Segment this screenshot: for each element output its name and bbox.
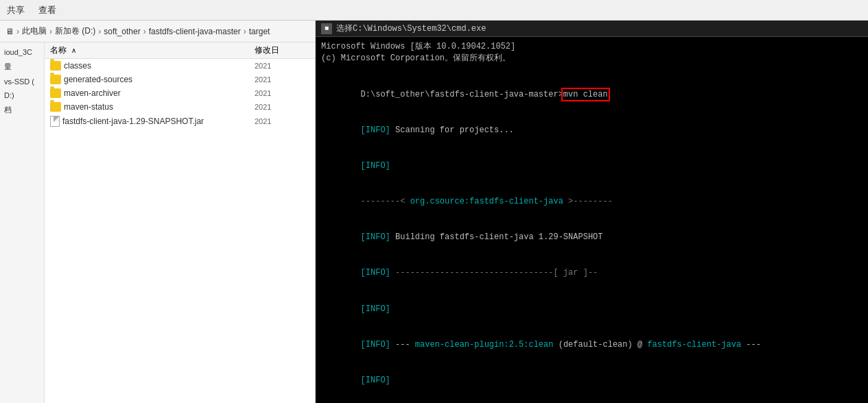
cmd-line: [INFO] (321, 363, 863, 399)
cmd-titlebar: ■ 选择C:\Windows\System32\cmd.exe (316, 21, 868, 37)
cmd-success: [INFO] BUILD SUCCESS (321, 399, 863, 403)
folder-icon (50, 88, 61, 98)
cmd-line: [INFO] (321, 149, 863, 184)
file-name: maven-status (64, 102, 252, 112)
list-item[interactable]: generated-sources 2021 (45, 73, 315, 86)
cmd-line: [INFO] --------------------------------[… (321, 256, 863, 291)
breadcrumb-project[interactable]: fastdfs-client-java-master (149, 27, 241, 36)
breadcrumb-target[interactable]: target (249, 27, 270, 36)
cmd-line: [INFO] Scanning for projects... (321, 112, 863, 148)
breadcrumb[interactable]: 🖥 › 此电脑 › 新加卷 (D:) › soft_other › fastdf… (0, 21, 315, 42)
nav-item-2[interactable]: 量 (0, 59, 44, 75)
cmd-line (321, 65, 863, 77)
cmd-line: Microsoft Windows [版本 10.0.19042.1052] (321, 41, 863, 53)
col-date-header: 修改日 (255, 45, 309, 56)
nav-item-docs[interactable]: 档 (0, 102, 44, 118)
breadcrumb-drive[interactable]: 新加卷 (D:) (55, 25, 95, 37)
file-date: 2021 (255, 89, 309, 97)
view-button[interactable]: 查看 (38, 4, 56, 16)
cmd-body[interactable]: Microsoft Windows [版本 10.0.19042.1052] (… (316, 37, 868, 403)
folder-icon (50, 61, 61, 71)
file-explorer: 🖥 › 此电脑 › 新加卷 (D:) › soft_other › fastdf… (0, 21, 316, 403)
list-item[interactable]: maven-status 2021 (45, 100, 315, 114)
cmd-line: [INFO] Building fastdfs-client-java 1.29… (321, 220, 863, 256)
share-button[interactable]: 共享 (7, 4, 25, 16)
file-date: 2021 (255, 62, 309, 70)
list-item[interactable]: fastdfs-client-java-1.29-SNAPSHOT.jar 20… (45, 114, 315, 129)
file-name: generated-sources (64, 75, 252, 84)
cmd-line: (c) Microsoft Corporation。保留所有权利。 (321, 53, 863, 64)
file-name: fastdfs-client-java-1.29-SNAPSHOT.jar (62, 117, 252, 126)
main-area: 🖥 › 此电脑 › 新加卷 (D:) › soft_other › fastdf… (0, 21, 868, 403)
list-item[interactable]: maven-archiver 2021 (45, 86, 315, 100)
cmd-title: 选择C:\Windows\System32\cmd.exe (336, 23, 486, 34)
col-name-header: 名称 ∧ (50, 45, 255, 56)
file-date: 2021 (255, 117, 309, 125)
cmd-line: [INFO] (321, 291, 863, 327)
nav-item-cloud[interactable]: ioud_3C (0, 45, 44, 59)
file-date: 2021 (255, 103, 309, 111)
cmd-plugin-line: [INFO] --- maven-clean-plugin:2.5:clean … (321, 327, 863, 363)
file-date: 2021 (255, 75, 309, 84)
nav-item-d[interactable]: D:) (0, 88, 44, 102)
breadcrumb-pc[interactable]: 此电脑 (22, 25, 47, 37)
file-name: classes (64, 61, 252, 71)
file-list-panel: 名称 ∧ 修改日 classes 2021 generated-sources (45, 42, 315, 403)
cmd-window[interactable]: ■ 选择C:\Windows\System32\cmd.exe Microsof… (316, 21, 868, 403)
file-items-container: classes 2021 generated-sources 2021 mave… (45, 59, 315, 403)
toolbar: 共享 查看 (0, 0, 868, 21)
cmd-separator: --------< org.csource:fastdfs-client-jav… (321, 184, 863, 220)
nav-sidebar: ioud_3C 量 vs-SSD ( D:) 档 (0, 42, 45, 403)
breadcrumb-icon: 🖥 (5, 27, 14, 36)
folder-icon (50, 102, 61, 112)
cmd-prompt-line: D:\soft_other\fastdfs-client-java-master… (321, 77, 863, 112)
list-item[interactable]: classes 2021 (45, 59, 315, 73)
file-list-header: 名称 ∧ 修改日 (45, 42, 315, 59)
folder-icon (50, 75, 61, 84)
breadcrumb-soft-other[interactable]: soft_other (104, 27, 140, 36)
file-name: maven-archiver (64, 88, 252, 98)
left-panel: ioud_3C 量 vs-SSD ( D:) 档 名称 ∧ 修改日 (0, 42, 315, 403)
file-icon (50, 116, 60, 127)
nav-item-3[interactable]: vs-SSD ( (0, 75, 44, 88)
cmd-icon: ■ (321, 23, 332, 34)
